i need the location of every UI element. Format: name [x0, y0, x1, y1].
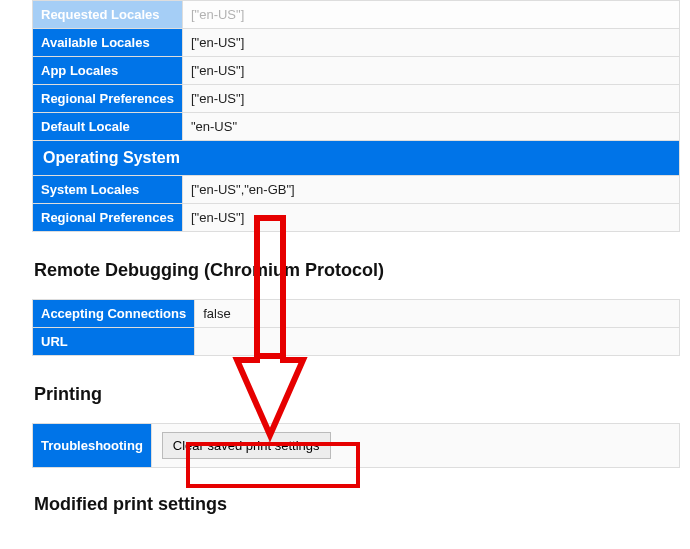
row-label: App Locales [33, 57, 183, 85]
table-row: Default Locale "en-US" [33, 113, 680, 141]
row-label: Requested Locales [33, 1, 183, 29]
row-value: ["en-US"] [182, 1, 679, 29]
row-label: Default Locale [33, 113, 183, 141]
row-label: Regional Preferences [33, 204, 183, 232]
printing-heading: Printing [34, 384, 690, 405]
row-value: false [195, 300, 680, 328]
table-row: App Locales ["en-US"] [33, 57, 680, 85]
table-row: System Locales ["en-US","en-GB"] [33, 176, 680, 204]
row-value [195, 328, 680, 356]
table-row: URL [33, 328, 680, 356]
row-value: ["en-US"] [182, 29, 679, 57]
clear-saved-print-settings-button[interactable]: Clear saved print settings [162, 432, 331, 459]
table-row: Requested Locales ["en-US"] [33, 1, 680, 29]
row-label: Available Locales [33, 29, 183, 57]
remote-debugging-table: Accepting Connections false URL [32, 299, 680, 356]
table-row: Available Locales ["en-US"] [33, 29, 680, 57]
table-row: Regional Preferences ["en-US"] [33, 85, 680, 113]
section-header-row: Operating System [33, 141, 680, 176]
row-label: Troubleshooting [33, 424, 152, 468]
row-value: ["en-US"] [182, 85, 679, 113]
row-label: Regional Preferences [33, 85, 183, 113]
button-cell: Clear saved print settings [151, 424, 679, 468]
row-label: System Locales [33, 176, 183, 204]
row-value: ["en-US"] [182, 204, 679, 232]
table-row: Troubleshooting Clear saved print settin… [33, 424, 680, 468]
section-header: Operating System [33, 141, 680, 176]
printing-table: Troubleshooting Clear saved print settin… [32, 423, 680, 468]
row-value: ["en-US"] [182, 57, 679, 85]
modified-print-settings-heading: Modified print settings [34, 494, 690, 515]
row-label: Accepting Connections [33, 300, 195, 328]
table-row: Regional Preferences ["en-US"] [33, 204, 680, 232]
remote-debugging-heading: Remote Debugging (Chromium Protocol) [34, 260, 690, 281]
table-row: Accepting Connections false [33, 300, 680, 328]
row-value: ["en-US","en-GB"] [182, 176, 679, 204]
row-label: URL [33, 328, 195, 356]
row-value: "en-US" [182, 113, 679, 141]
locale-table: Requested Locales ["en-US"] Available Lo… [32, 0, 680, 232]
